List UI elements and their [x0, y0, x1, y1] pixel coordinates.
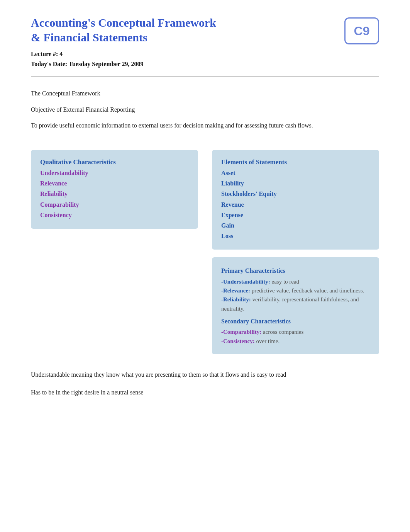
- qual-item-3: Comparability: [40, 199, 189, 210]
- primary-detail-0: -Understandability: easy to read: [221, 277, 370, 286]
- secondary-detail-1: -Consistency: over time.: [221, 337, 370, 346]
- intro-section: The Conceptual Framework Objective of Ex…: [31, 88, 379, 131]
- page-title: Accounting's Conceptual Framework & Fina…: [31, 15, 216, 44]
- intro-line3: To provide useful economic information t…: [31, 121, 379, 131]
- elements-of-statements-box: Elements of Statements Asset Liability S…: [212, 150, 379, 250]
- primary-characteristics-box: Primary Characteristics -Understandabili…: [212, 257, 379, 354]
- footer-line2: Has to be in the right desire in a neutr…: [31, 388, 379, 398]
- primary-detail-1: -Relevance: predictive value, feedback v…: [221, 286, 370, 295]
- qual-item-0: Understandability: [40, 168, 189, 178]
- elem-item-2: Stockholders' Equity: [221, 189, 370, 199]
- elem-item-5: Gain: [221, 220, 370, 231]
- secondary-detail-0: -Comparability: across companies: [221, 328, 370, 337]
- primary-detail-2: -Reliability: verifiability, representat…: [221, 295, 370, 313]
- page-header: Accounting's Conceptual Framework & Fina…: [31, 15, 379, 69]
- elem-item-1: Liability: [221, 178, 370, 189]
- primary-title: Primary Characteristics: [221, 266, 370, 276]
- secondary-title: Secondary Characteristics: [221, 316, 370, 326]
- right-column: Elements of Statements Asset Liability S…: [212, 150, 379, 354]
- qual-item-2: Reliability: [40, 189, 189, 199]
- elem-item-4: Expense: [221, 210, 370, 220]
- intro-line1: The Conceptual Framework: [31, 88, 379, 99]
- lecture-number: Lecture #: 4: [31, 49, 216, 59]
- footer-line1: Understandable meaning they know what yo…: [31, 370, 379, 380]
- title-block: Accounting's Conceptual Framework & Fina…: [31, 15, 216, 69]
- logo-icon: C9: [344, 17, 379, 44]
- boxes-section: Qualitative Characteristics Understandab…: [31, 150, 379, 354]
- left-column: Qualitative Characteristics Understandab…: [31, 150, 198, 354]
- qualitative-title: Qualitative Characteristics: [40, 158, 189, 166]
- elem-item-3: Revenue: [221, 199, 370, 210]
- qual-item-4: Consistency: [40, 210, 189, 220]
- qual-item-1: Relevance: [40, 178, 189, 189]
- lecture-date: Today's Date: Tuesday September 29, 2009: [31, 59, 216, 69]
- elements-title: Elements of Statements: [221, 158, 370, 166]
- footer-section: Understandable meaning they know what yo…: [31, 370, 379, 397]
- lecture-info: Lecture #: 4 Today's Date: Tuesday Septe…: [31, 49, 216, 69]
- header-divider: [31, 76, 379, 77]
- qualitative-characteristics-box: Qualitative Characteristics Understandab…: [31, 150, 198, 229]
- elem-item-6: Loss: [221, 231, 370, 241]
- intro-line2: Objective of External Financial Reportin…: [31, 105, 379, 115]
- elem-item-0: Asset: [221, 168, 370, 178]
